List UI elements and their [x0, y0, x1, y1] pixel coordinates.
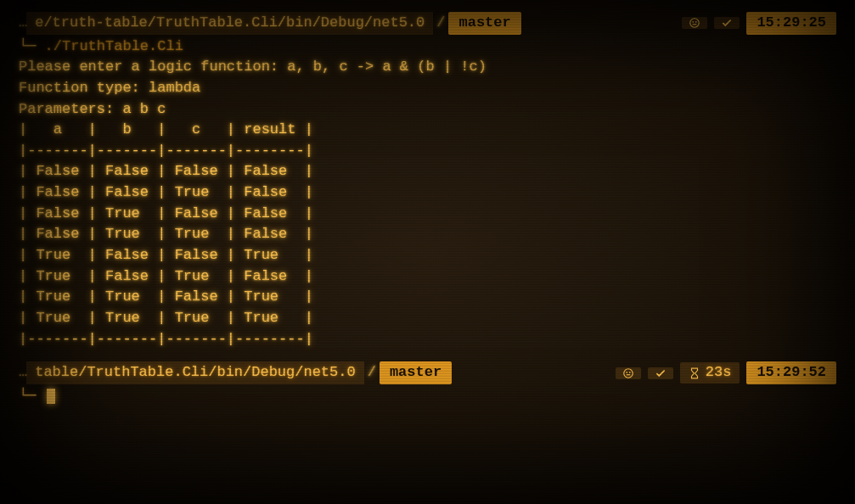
input-prompt-line: Please enter a logic function: a, b, c -…	[19, 57, 836, 78]
duration-badge: 23s	[680, 362, 740, 384]
check-icon	[714, 17, 740, 29]
svg-point-4	[627, 372, 627, 372]
prompt-indent-icon: └─	[19, 38, 36, 54]
svg-point-5	[629, 372, 630, 372]
prompt-indent-icon: └─	[19, 388, 36, 404]
cursor-icon	[47, 389, 55, 404]
svg-point-1	[693, 22, 694, 23]
duration-text: 23s	[706, 362, 732, 384]
ellipsis-icon: …	[19, 13, 26, 34]
cwd-path: table/TruthTable.Cli/bin/Debug/net5.0	[26, 361, 363, 384]
status-face-icon	[616, 367, 641, 379]
bottom-prompt-bar: … table/TruthTable.Cli/bin/Debug/net5.0 …	[19, 361, 836, 384]
command-text: ./TruthTable.Cli	[45, 38, 183, 54]
input-line[interactable]: └─	[19, 386, 836, 407]
svg-point-0	[690, 19, 700, 28]
hourglass-icon	[689, 367, 700, 379]
check-icon	[648, 367, 673, 379]
command-line: └─ ./TruthTable.Cli	[19, 36, 836, 58]
git-branch: master	[448, 12, 520, 35]
function-type-line: Function type: lambda	[19, 78, 836, 99]
clock-time: 15:29:52	[746, 361, 836, 384]
parameters-line: Parameters: a b c	[19, 99, 836, 120]
svg-point-2	[696, 22, 697, 23]
path-separator: /	[364, 362, 380, 384]
clock-time: 15:29:25	[746, 12, 836, 35]
status-face-icon	[682, 17, 707, 29]
path-separator: /	[433, 13, 448, 34]
truth-table: | a | b | c | result ||-------|-------|-…	[19, 120, 836, 350]
git-branch: master	[380, 361, 452, 384]
svg-point-3	[624, 368, 633, 378]
ellipsis-icon: …	[19, 362, 26, 384]
cwd-path: e/truth-table/TruthTable.Cli/bin/Debug/n…	[26, 12, 433, 35]
top-prompt-bar: … e/truth-table/TruthTable.Cli/bin/Debug…	[19, 12, 836, 35]
